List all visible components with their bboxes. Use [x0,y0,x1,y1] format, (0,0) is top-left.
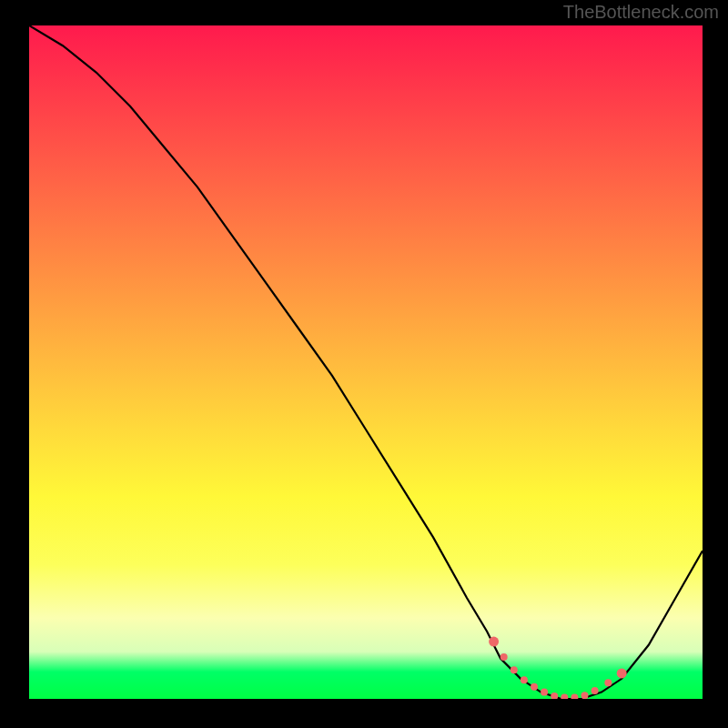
optimal-dot [604,679,612,686]
optimal-dot [500,653,508,661]
optimal-dot [561,694,568,699]
optimal-dot [551,693,558,699]
optimal-dot [571,694,578,699]
chart-svg [29,25,703,699]
bottleneck-curve-line [29,25,703,699]
optimal-dot [592,687,599,694]
optimal-dot [617,668,627,678]
optimal-dot [511,666,518,673]
optimal-dot [541,689,548,696]
optimal-dot [521,676,528,683]
chart-plot-area [29,25,703,699]
watermark-text: TheBottleneck.com [563,2,719,23]
optimal-dot [581,692,589,699]
optimal-dot [531,683,538,691]
optimal-dot [489,637,499,647]
